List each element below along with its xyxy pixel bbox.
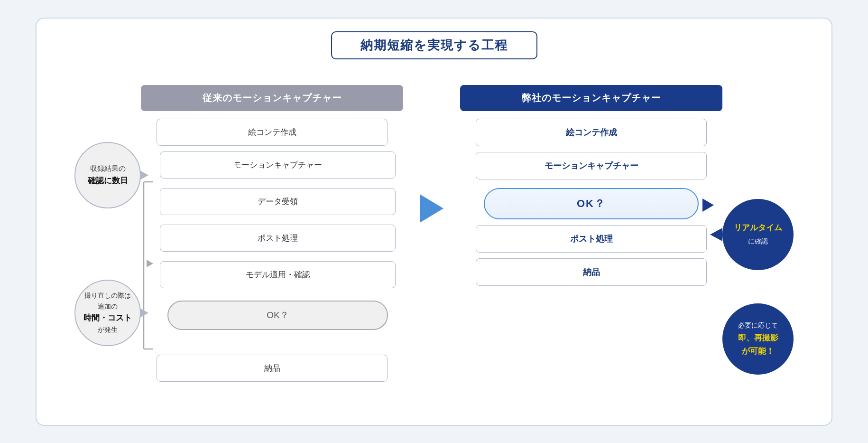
ok-arrow-right (702, 198, 714, 212)
right-callout-1: リアルタイム に確認 (722, 199, 794, 270)
right-callout-1-text: リアルタイム に確認 (734, 221, 782, 247)
center-arrow (420, 194, 443, 223)
right-callouts: リアルタイム に確認 必要に応じて 即、再撮影 が可能！ (722, 85, 813, 375)
traditional-header: 従来のモーションキャプチャー (141, 85, 403, 111)
trad-bracketed: モーションキャプチャー データ受領 ポスト処理 モデル適用・確認 OK？ (141, 151, 403, 353)
our-step-1: 絵コンテ作成 (476, 119, 707, 146)
right-callout-2: 必要に応じて 即、再撮影 が可能！ (722, 303, 794, 375)
main-layout: 収録結果の 確認に数日 撮り直しの際は 追加の 時間・コスト が発生 従来のモー… (55, 85, 813, 411)
trad-step-2: データ受領 (160, 188, 396, 215)
trad-step-0: 絵コンテ作成 (157, 119, 388, 146)
arrow-area (413, 147, 451, 223)
left-callout-1: 収録結果の 確認に数日 (74, 142, 141, 208)
page-title-box: 納期短縮を実現する工程 (331, 31, 537, 59)
left-arrow-1 (140, 170, 148, 180)
our-header: 弊社のモーションキャプチャー (460, 85, 722, 111)
trad-step-1: モーションキャプチャー (160, 151, 396, 179)
traditional-column: 従来のモーションキャプチャー 絵コンテ作成 (141, 85, 403, 387)
trad-step-3: ポスト処理 (160, 225, 396, 252)
outer-container: 納期短縮を実現する工程 収録結果の 確認に数日 撮り直しの際は 追加の 時間・コ… (36, 18, 832, 426)
our-step-4: 納品 (476, 258, 707, 286)
left-callout-2: 撮り直しの際は 追加の 時間・コスト が発生 (74, 280, 141, 346)
left-arrow-2 (140, 308, 148, 318)
center-area: 従来のモーションキャプチャー 絵コンテ作成 (141, 85, 722, 387)
trad-ok-box: OK？ (167, 301, 388, 330)
left-callout-1-text: 収録結果の 確認に数日 (88, 163, 128, 187)
our-step-2: モーションキャプチャー (476, 152, 707, 179)
page-title: 納期短縮を実現する工程 (360, 38, 508, 52)
our-column: 弊社のモーションキャプチャー 絵コンテ作成 モーションキャプチャー OK？ ポス… (460, 85, 722, 292)
our-ok-box: OK？ (484, 188, 699, 219)
left-callouts: 収録結果の 確認に数日 撮り直しの際は 追加の 時間・コスト が発生 (55, 85, 141, 346)
left-callout-2-text: 撮り直しの際は 追加の 時間・コスト が発生 (83, 290, 132, 335)
our-step-3: ポスト処理 (476, 225, 707, 253)
right-callout-1-arrow (710, 228, 722, 241)
trad-steps: モーションキャプチャー データ受領 ポスト処理 モデル適用・確認 OK？ (152, 151, 403, 353)
our-ok-wrapper: OK？ (484, 185, 699, 225)
left-bracket (141, 180, 152, 353)
trad-delivery: 納品 (157, 355, 388, 382)
trad-step-4: モデル適用・確認 (160, 261, 396, 288)
right-callout-2-text: 必要に応じて 即、再撮影 が可能！ (738, 319, 778, 359)
